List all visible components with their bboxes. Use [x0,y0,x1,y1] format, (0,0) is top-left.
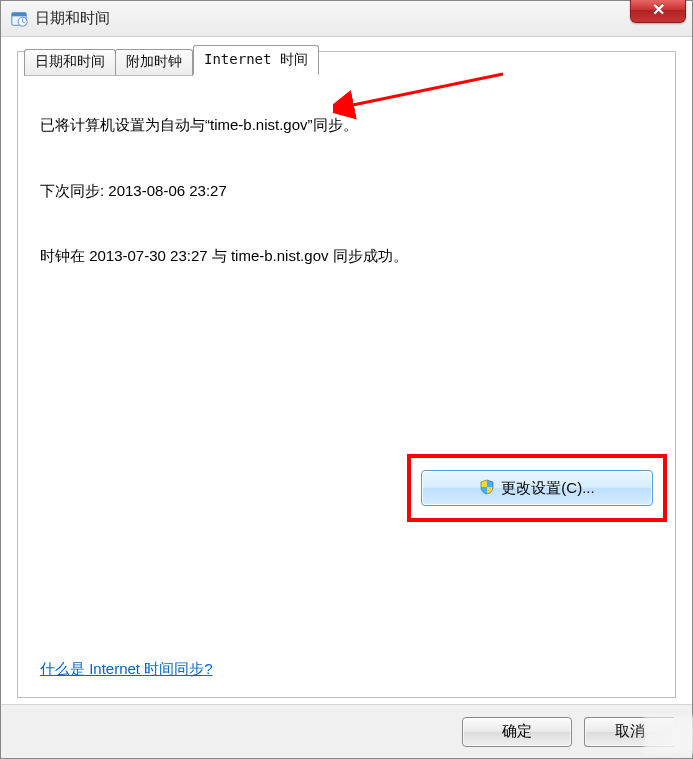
annotation-highlight-box: 更改设置(C)... [407,454,667,522]
tab-internet-time[interactable]: Internet 时间 [193,45,319,75]
dialog-footer: 确定 取消 [1,704,692,758]
close-button[interactable]: ✕ [630,0,686,23]
sync-status-text: 已将计算机设置为自动与“time-b.nist.gov”同步。 [40,112,653,138]
titlebar[interactable]: 日期和时间 ✕ [1,1,692,37]
svg-rect-1 [12,12,26,16]
next-sync-text: 下次同步: 2013-08-06 23:27 [40,178,653,204]
help-link-internet-time[interactable]: 什么是 Internet 时间同步? [40,660,213,679]
close-icon: ✕ [652,2,665,18]
shield-icon [479,479,495,498]
change-settings-button[interactable]: 更改设置(C)... [421,470,653,506]
tab-additional-clocks[interactable]: 附加时钟 [115,49,193,76]
change-settings-label: 更改设置(C)... [501,479,594,498]
datetime-dialog: 日期和时间 ✕ 日期和时间 附加时钟 Internet 时间 已将计算机设置为自… [0,0,693,759]
last-sync-text: 时钟在 2013-07-30 23:27 与 time-b.nist.gov 同… [40,243,653,269]
datetime-app-icon [9,9,29,29]
window-title: 日期和时间 [35,9,110,28]
tabs-row: 日期和时间 附加时钟 Internet 时间 [24,45,319,75]
tab-date-time[interactable]: 日期和时间 [24,49,116,76]
cancel-button[interactable]: 取消 [584,717,674,747]
ok-button[interactable]: 确定 [462,717,572,747]
internet-time-panel: 已将计算机设置为自动与“time-b.nist.gov”同步。 下次同步: 20… [18,74,675,697]
tab-container: 日期和时间 附加时钟 Internet 时间 已将计算机设置为自动与“time-… [17,51,676,698]
